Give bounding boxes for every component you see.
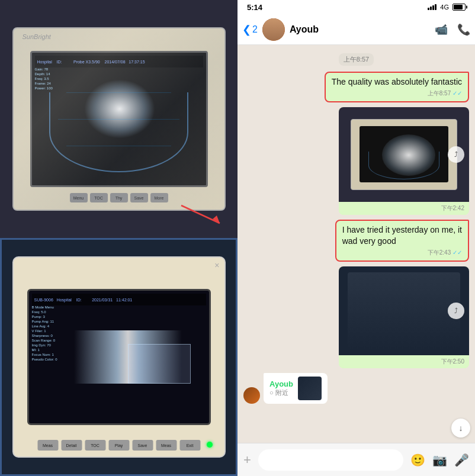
chat-area[interactable]: 上午8:57 The quality was absolutely fantas… (238, 45, 475, 443)
status-icons: 4G (428, 4, 466, 11)
bottom-photo: × SUB-9006 Hospital ID: 2021/03/31 11:42… (0, 238, 238, 476)
device-screen-top: Hospital ID: Probe X3.5/90 2014/07/08 17… (30, 51, 208, 187)
data-row: Scan Range: 0 (32, 339, 59, 342)
mini-ultrasound-1 (351, 119, 457, 190)
scan-line (58, 119, 180, 120)
menu-btn[interactable]: Menu (70, 193, 88, 202)
meas-btn2[interactable]: Meas (156, 440, 176, 451)
mini-screen-1 (360, 126, 448, 182)
scan-lines (32, 53, 206, 185)
detail-btn[interactable]: Detail (61, 440, 82, 451)
signal-bar-1 (428, 8, 429, 10)
room-bg (348, 272, 460, 349)
meas-btn[interactable]: Meas (37, 440, 58, 451)
more-btn[interactable]: More (150, 193, 168, 202)
svg-line-0 (181, 205, 220, 223)
mic-button[interactable]: 🎤 (454, 453, 469, 467)
ayoub-preview-bubble: Ayoub ○ 附近 (264, 373, 328, 404)
ayoub-thumb-bg (298, 377, 322, 400)
image-time-2: 下午2:50 (344, 358, 464, 366)
right-wrapper: 5:14 4G ❮ 2 Ayoub 📹 📞 (238, 0, 475, 476)
thy-btn[interactable]: Thy (110, 193, 128, 202)
emoji-button[interactable]: 🙂 (410, 453, 425, 467)
status-time: 5:14 (247, 3, 262, 12)
camera-button[interactable]: 📷 (432, 453, 447, 467)
ayoub-sub: ○ 附近 (269, 388, 293, 397)
data-row: Pump: 3 (32, 315, 59, 319)
signal-bar-4 (435, 4, 437, 10)
battery-fill (454, 5, 463, 9)
ayoub-info: Ayoub ○ 附近 (269, 379, 293, 397)
power-light (207, 442, 213, 448)
screen-info-bar-bottom: SUB-9006 Hospital ID: 2021/03/31 11:42:0… (32, 294, 206, 305)
save-btn2[interactable]: Save (132, 440, 153, 451)
exit-btn[interactable]: Exit (179, 440, 200, 451)
header-actions: 📹 📞 (435, 23, 470, 36)
data-row: B Mode Menu (32, 305, 59, 309)
save-btn[interactable]: Save (130, 193, 148, 202)
timestamp-top: 上午8:57 (339, 53, 374, 66)
scan-line (66, 146, 171, 146)
play-btn[interactable]: Play (108, 440, 129, 451)
data-row: Freq: 5.0 (32, 310, 59, 314)
video-call-icon[interactable]: 📹 (435, 23, 448, 36)
add-button[interactable]: + (243, 452, 251, 468)
device-label-top: SunBright (23, 33, 51, 40)
avatar-face (262, 18, 285, 41)
scan-line (66, 92, 171, 93)
red-arrow (178, 202, 226, 226)
message-row-1: The quality was absolutely fantastic 上午8… (243, 72, 469, 102)
battery-icon (452, 4, 466, 11)
message-row-2: ⤴ 下午2:42 (243, 107, 469, 215)
image-bubble-2[interactable]: ⤴ 下午2:50 (339, 266, 469, 368)
top-photo: SunBright Hospital ID: Probe X3.5/90 201… (0, 0, 238, 238)
message-text-2a: I have tried it yesterday on me, it (342, 224, 462, 236)
image-time-row-2: 下午2:50 (339, 355, 469, 368)
status-bar: 5:14 4G (238, 0, 475, 14)
message-text-2b: wad very good (342, 236, 462, 247)
image-time-1: 下午2:42 (344, 204, 464, 213)
image-bubble-1[interactable]: ⤴ 下午2:42 (339, 107, 469, 215)
image-time-row-1: 下午2:42 (339, 202, 469, 215)
toc-btn[interactable]: TOC (90, 193, 108, 202)
right-panel: 5:14 4G ❮ 2 Ayoub 📹 📞 (238, 0, 475, 476)
chat-bottom-bar: + 🙂 📷 🎤 (238, 443, 475, 476)
signal-bars (428, 4, 437, 10)
device-buttons-bottom: Meas Detail TOC Play Save Meas Exit (37, 440, 200, 451)
share-button-1[interactable]: ⤴ (448, 146, 464, 163)
chat-header: ❮ 2 Ayoub 📹 📞 (238, 14, 475, 45)
chat-input[interactable] (258, 449, 403, 471)
side-data-bottom: B Mode Menu Freq: 5.0 Pump: 3 Pump Ang: … (32, 305, 59, 409)
device-room-image (348, 272, 460, 349)
data-row: MI: 1 (32, 348, 59, 352)
message-row-3: I have tried it yesterday on me, it wad … (243, 220, 469, 262)
share-button-2[interactable]: ⤴ (448, 303, 464, 319)
small-avatar (243, 387, 260, 404)
message-row-4: ⤴ 下午2:50 (243, 266, 469, 368)
avatar (262, 18, 285, 41)
close-button[interactable]: × (214, 260, 219, 270)
scan-area (128, 344, 191, 384)
ayoub-name: Ayoub (269, 379, 293, 388)
toc-btn2[interactable]: TOC (85, 440, 105, 451)
mini-arc-1 (368, 152, 439, 180)
message-time-2: 下午2:43 ✓✓ (342, 249, 462, 257)
screen-info-text-bottom: SUB-9006 Hospital ID: 2021/03/31 11:42:0… (34, 298, 133, 302)
ayoub-incoming-row: Ayoub ○ 附近 (243, 373, 469, 404)
data-row: Focus Num: 1 (32, 353, 59, 356)
data-row: Line Avg: 4 (32, 324, 59, 328)
data-row: Pump Ang: 11 (32, 320, 59, 323)
message-time-1: 上午8:57 ✓✓ (332, 89, 462, 98)
chat-image-2: ⤴ (339, 266, 469, 355)
ultrasound-device-bottom: × SUB-9006 Hospital ID: 2021/03/31 11:42… (12, 256, 226, 458)
ultrasound-device-top: SunBright Hospital ID: Probe X3.5/90 201… (12, 27, 226, 211)
phone-icon[interactable]: 📞 (457, 23, 470, 36)
contact-name: Ayoub (290, 24, 430, 35)
scroll-down-button[interactable]: ↓ (451, 419, 470, 438)
back-button[interactable]: ❮ 2 (242, 23, 258, 36)
data-row: V Filer: 1 (32, 329, 59, 333)
device-screen-bottom: SUB-9006 Hospital ID: 2021/03/31 11:42:0… (27, 289, 211, 425)
scroll-down-icon: ↓ (459, 423, 463, 433)
signal-bar-3 (432, 5, 434, 10)
message-text-1: The quality was absolutely fantastic (332, 76, 462, 88)
